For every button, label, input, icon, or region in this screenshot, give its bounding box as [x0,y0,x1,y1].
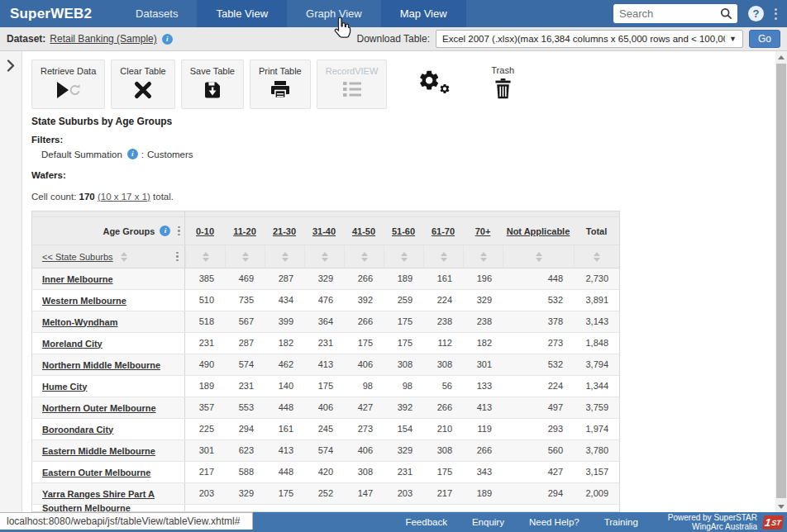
nav-tab-map-view[interactable]: Map View [381,0,466,27]
search-box[interactable] [613,4,737,23]
column-header-link[interactable]: 41-50 [352,226,375,236]
column-sort-cell [423,245,463,268]
table-row: Northern Outer Melbourne3575534484064273… [32,397,619,419]
column-header-link[interactable]: 61-70 [432,226,455,236]
table-options-gear-icon[interactable] [417,69,454,100]
save-table-button[interactable]: Save Table [181,59,244,109]
scroll-down-button[interactable] [775,501,787,512]
table-row: Northern Middle Melbourne490574462413406… [32,354,619,376]
column-sort-cell [574,245,619,268]
column-sort-icon[interactable] [401,252,408,262]
column-dimension-label[interactable]: Age Groups [103,226,155,236]
sort-down-icon [401,258,408,262]
column-sort-icon[interactable] [322,252,328,262]
column-sort-icon[interactable] [441,252,447,262]
dataset-info-icon[interactable]: i [162,34,173,45]
value-cell: 308 [344,462,384,482]
footer-link-feedback[interactable]: Feedback [405,517,447,527]
row-label-link[interactable]: Southern Melbourne [42,505,131,511]
column-header-link[interactable]: 51-60 [392,226,415,236]
value-cell: 448 [265,397,304,418]
filter-info-icon[interactable]: i [127,149,138,159]
nav-tab-graph-view[interactable]: Graph View [287,0,381,27]
top-nav: SuperWEB2 DatasetsTable ViewGraph ViewMa… [0,0,787,27]
value-cell: 182 [463,333,503,354]
value-cell: 308 [423,354,463,375]
column-sort-icon[interactable] [536,252,542,262]
search-icon[interactable] [720,7,732,20]
row-label-link[interactable]: Inner Melbourne [42,274,113,284]
footer-link-enquiry[interactable]: Enquiry [472,517,504,527]
row-label-link[interactable]: Hume City [42,382,87,392]
scroll-up-button[interactable] [775,51,787,63]
column-header-link[interactable]: 70+ [475,226,491,236]
column-header-link[interactable]: 11-20 [233,226,256,236]
value-cell: 308 [423,440,463,461]
column-header-link[interactable]: 21-30 [273,226,296,236]
table-row: Melton-Wyndham51856739936426617523823837… [32,311,619,333]
value-cell: 462 [265,354,304,375]
column-header-link[interactable]: Not Applicable [507,226,570,236]
clear-table-button[interactable]: Clear Table [111,59,174,109]
value-cell: 420 [304,462,344,482]
row-label-link[interactable]: Eastern Middle Melbourne [42,446,155,456]
row-label-link[interactable]: Melton-Wyndham [42,317,117,327]
value-cell: 532 [503,290,574,311]
value-cell: 225 [185,419,225,439]
select-caret-icon: ▼ [729,35,737,43]
help-icon[interactable]: ? [748,6,764,21]
row-label-link[interactable]: Yarra Ranges Shire Part A [42,489,155,499]
value-cell: 588 [225,462,265,482]
column-sort-icon[interactable] [361,252,368,262]
nav-tab-datasets[interactable]: Datasets [117,0,197,27]
value-cell: 98 [344,376,384,397]
state-suburbs-sort-icon[interactable] [121,252,127,262]
value-cell: 119 [463,419,503,439]
vertical-scrollbar[interactable] [775,51,787,512]
wingarc-logo: 1ST [762,515,784,530]
row-label-link[interactable]: Northern Middle Melbourne [42,360,160,370]
row-label-link[interactable]: Moreland City [42,339,103,349]
column-sort-icon[interactable] [594,252,600,262]
go-button[interactable]: Go [749,30,780,48]
overflow-menu-icon[interactable] [775,6,777,21]
value-cell: 196 [463,268,503,289]
download-format-select[interactable]: Excel 2007 (.xlsx)(max 16,384 columns x … [436,30,743,48]
row-label-link[interactable]: Boroondara City [42,425,113,435]
value-cell: 189 [185,376,225,397]
value-cell: 448 [503,268,574,289]
state-suburbs-menu-icon[interactable] [176,250,179,264]
row-label-link[interactable]: Eastern Outer Melbourne [42,468,150,477]
value-cell: 98 [384,376,423,397]
value-cell: 175 [384,333,423,354]
trash-dropzone[interactable]: Trash [491,59,514,109]
footer-link-need-help-[interactable]: Need Help? [529,517,580,527]
sort-up-icon [282,252,289,256]
retrieve-data-button[interactable]: Retrieve Data [31,59,105,109]
value-cell: 476 [304,290,344,311]
age-groups-menu-icon[interactable] [178,225,180,238]
row-dimension-label[interactable]: << State Suburbs [42,252,113,262]
column-sort-icon[interactable] [282,252,289,262]
sort-up-icon [203,252,209,256]
footer-link-training[interactable]: Training [604,517,638,527]
print-table-button[interactable]: Print Table [250,59,311,109]
expand-panel-chevron-icon[interactable] [7,59,15,72]
nav-tab-table-view[interactable]: Table View [197,0,287,27]
row-dimension-header-row: << State Suburbs [32,245,619,268]
row-label-link[interactable]: Western Melbourne [42,296,126,306]
row-label-cell: Eastern Middle Melbourne [32,440,185,461]
scrollbar-thumb[interactable] [776,64,786,498]
row-label-link[interactable]: Northern Outer Melbourne [42,403,156,413]
column-header-link[interactable]: 31-40 [312,226,336,236]
search-input[interactable] [613,7,720,20]
dataset-name-link[interactable]: Retail Banking (Sample) [50,33,156,45]
column-header-link[interactable]: 0-10 [196,226,214,236]
column-sort-icon[interactable] [480,252,487,262]
column-sort-icon[interactable] [242,252,249,262]
age-groups-info-icon[interactable]: i [160,226,170,236]
value-cell: 259 [384,290,423,311]
cell-count-link[interactable]: (10 x 17 x 1) [98,192,150,202]
toolbar-button-label: Save Table [190,66,235,76]
column-sort-icon[interactable] [203,252,209,262]
